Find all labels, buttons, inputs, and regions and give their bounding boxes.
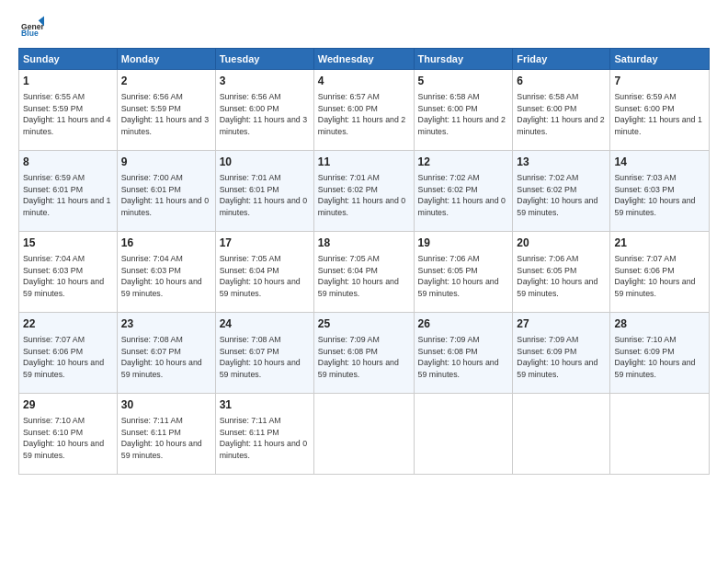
day-info: Sunrise: 7:11 AMSunset: 6:11 PMDaylight:… <box>121 415 211 462</box>
calendar-cell: 28Sunrise: 7:10 AMSunset: 6:09 PMDayligh… <box>610 313 710 394</box>
day-info: Sunrise: 7:10 AMSunset: 6:10 PMDaylight:… <box>23 415 113 462</box>
calendar-week: 1Sunrise: 6:55 AMSunset: 5:59 PMDaylight… <box>19 70 710 151</box>
day-number: 12 <box>418 155 509 170</box>
calendar-cell: 27Sunrise: 7:09 AMSunset: 6:09 PMDayligh… <box>513 313 610 394</box>
day-info: Sunrise: 7:05 AMSunset: 6:04 PMDaylight:… <box>220 253 310 300</box>
calendar-cell: 5Sunrise: 6:58 AMSunset: 6:00 PMDaylight… <box>414 70 513 151</box>
calendar-cell: 18Sunrise: 7:05 AMSunset: 6:04 PMDayligh… <box>313 232 414 313</box>
calendar-cell: 3Sunrise: 6:56 AMSunset: 6:00 PMDaylight… <box>215 70 313 151</box>
day-info: Sunrise: 7:10 AMSunset: 6:09 PMDaylight:… <box>614 334 705 381</box>
calendar-cell <box>313 394 414 475</box>
weekday-header: Thursday <box>414 49 513 70</box>
calendar-week: 29Sunrise: 7:10 AMSunset: 6:10 PMDayligh… <box>19 394 710 475</box>
day-number: 30 <box>121 397 211 413</box>
calendar-cell: 7Sunrise: 6:59 AMSunset: 6:00 PMDaylight… <box>610 70 710 151</box>
calendar-cell: 4Sunrise: 6:57 AMSunset: 6:00 PMDaylight… <box>313 70 414 151</box>
day-info: Sunrise: 6:59 AMSunset: 6:01 PMDaylight:… <box>23 172 113 219</box>
calendar-cell: 12Sunrise: 7:02 AMSunset: 6:02 PMDayligh… <box>414 151 513 232</box>
calendar-week: 15Sunrise: 7:04 AMSunset: 6:03 PMDayligh… <box>19 232 710 313</box>
day-info: Sunrise: 6:59 AMSunset: 6:00 PMDaylight:… <box>614 91 705 138</box>
logo-icon: General Blue <box>18 15 44 40</box>
weekday-header: Saturday <box>610 49 710 70</box>
day-info: Sunrise: 6:57 AMSunset: 6:00 PMDaylight:… <box>318 91 410 138</box>
calendar-cell: 17Sunrise: 7:05 AMSunset: 6:04 PMDayligh… <box>215 232 313 313</box>
day-number: 3 <box>220 74 310 89</box>
calendar-cell <box>610 394 710 475</box>
day-number: 2 <box>121 74 211 89</box>
day-number: 29 <box>23 397 113 413</box>
day-info: Sunrise: 6:56 AMSunset: 5:59 PMDaylight:… <box>121 91 211 138</box>
calendar-cell: 14Sunrise: 7:03 AMSunset: 6:03 PMDayligh… <box>610 151 710 232</box>
day-info: Sunrise: 7:08 AMSunset: 6:07 PMDaylight:… <box>121 334 211 381</box>
day-number: 4 <box>318 74 410 89</box>
calendar-cell: 25Sunrise: 7:09 AMSunset: 6:08 PMDayligh… <box>313 313 414 394</box>
calendar-cell: 21Sunrise: 7:07 AMSunset: 6:06 PMDayligh… <box>610 232 710 313</box>
day-info: Sunrise: 7:08 AMSunset: 6:07 PMDaylight:… <box>220 334 310 381</box>
day-number: 25 <box>318 316 410 332</box>
day-number: 5 <box>418 74 509 89</box>
page-header: General Blue <box>18 15 710 40</box>
logo: General Blue <box>18 15 48 40</box>
calendar-cell: 6Sunrise: 6:58 AMSunset: 6:00 PMDaylight… <box>513 70 610 151</box>
calendar-cell: 10Sunrise: 7:01 AMSunset: 6:01 PMDayligh… <box>215 151 313 232</box>
day-info: Sunrise: 7:06 AMSunset: 6:05 PMDaylight:… <box>517 253 606 300</box>
day-number: 11 <box>318 155 410 170</box>
day-number: 10 <box>220 155 310 170</box>
calendar-week: 8Sunrise: 6:59 AMSunset: 6:01 PMDaylight… <box>19 151 710 232</box>
day-info: Sunrise: 6:56 AMSunset: 6:00 PMDaylight:… <box>220 91 310 138</box>
day-info: Sunrise: 6:55 AMSunset: 5:59 PMDaylight:… <box>23 91 113 138</box>
calendar-cell: 8Sunrise: 6:59 AMSunset: 6:01 PMDaylight… <box>19 151 118 232</box>
calendar-cell: 19Sunrise: 7:06 AMSunset: 6:05 PMDayligh… <box>414 232 513 313</box>
day-info: Sunrise: 7:05 AMSunset: 6:04 PMDaylight:… <box>318 253 410 300</box>
calendar-cell: 31Sunrise: 7:11 AMSunset: 6:11 PMDayligh… <box>215 394 313 475</box>
day-info: Sunrise: 7:04 AMSunset: 6:03 PMDaylight:… <box>121 253 211 300</box>
day-number: 9 <box>121 155 211 170</box>
day-number: 20 <box>517 236 606 251</box>
day-info: Sunrise: 7:07 AMSunset: 6:06 PMDaylight:… <box>614 253 705 300</box>
day-info: Sunrise: 7:01 AMSunset: 6:01 PMDaylight:… <box>220 172 310 219</box>
weekday-header: Monday <box>117 49 215 70</box>
calendar-cell: 26Sunrise: 7:09 AMSunset: 6:08 PMDayligh… <box>414 313 513 394</box>
day-number: 27 <box>517 316 606 332</box>
calendar-cell <box>513 394 610 475</box>
calendar-cell: 23Sunrise: 7:08 AMSunset: 6:07 PMDayligh… <box>117 313 215 394</box>
calendar-cell: 1Sunrise: 6:55 AMSunset: 5:59 PMDaylight… <box>19 70 118 151</box>
day-number: 7 <box>614 74 705 89</box>
calendar-cell: 16Sunrise: 7:04 AMSunset: 6:03 PMDayligh… <box>117 232 215 313</box>
day-number: 6 <box>517 74 606 89</box>
day-number: 24 <box>220 316 310 332</box>
day-info: Sunrise: 7:07 AMSunset: 6:06 PMDaylight:… <box>23 334 113 381</box>
calendar-cell: 9Sunrise: 7:00 AMSunset: 6:01 PMDaylight… <box>117 151 215 232</box>
day-number: 14 <box>614 155 705 170</box>
day-number: 31 <box>220 397 310 413</box>
day-number: 22 <box>23 316 113 332</box>
calendar-cell: 20Sunrise: 7:06 AMSunset: 6:05 PMDayligh… <box>513 232 610 313</box>
day-number: 26 <box>418 316 509 332</box>
day-info: Sunrise: 7:01 AMSunset: 6:02 PMDaylight:… <box>318 172 410 219</box>
calendar-cell: 13Sunrise: 7:02 AMSunset: 6:02 PMDayligh… <box>513 151 610 232</box>
day-number: 17 <box>220 236 310 251</box>
day-number: 28 <box>614 316 705 332</box>
calendar-cell: 11Sunrise: 7:01 AMSunset: 6:02 PMDayligh… <box>313 151 414 232</box>
day-info: Sunrise: 7:06 AMSunset: 6:05 PMDaylight:… <box>418 253 509 300</box>
day-number: 13 <box>517 155 606 170</box>
day-info: Sunrise: 7:04 AMSunset: 6:03 PMDaylight:… <box>23 253 113 300</box>
weekday-header: Friday <box>513 49 610 70</box>
svg-text:Blue: Blue <box>21 29 39 38</box>
day-info: Sunrise: 7:09 AMSunset: 6:08 PMDaylight:… <box>318 334 410 381</box>
weekday-header: Tuesday <box>215 49 313 70</box>
day-number: 16 <box>121 236 211 251</box>
calendar-week: 22Sunrise: 7:07 AMSunset: 6:06 PMDayligh… <box>19 313 710 394</box>
calendar-cell: 22Sunrise: 7:07 AMSunset: 6:06 PMDayligh… <box>19 313 118 394</box>
day-number: 8 <box>23 155 113 170</box>
day-number: 23 <box>121 316 211 332</box>
calendar-cell: 24Sunrise: 7:08 AMSunset: 6:07 PMDayligh… <box>215 313 313 394</box>
day-number: 15 <box>23 236 113 251</box>
day-info: Sunrise: 7:02 AMSunset: 6:02 PMDaylight:… <box>517 172 606 219</box>
day-info: Sunrise: 7:11 AMSunset: 6:11 PMDaylight:… <box>220 415 310 462</box>
day-info: Sunrise: 6:58 AMSunset: 6:00 PMDaylight:… <box>517 91 606 138</box>
calendar-cell: 15Sunrise: 7:04 AMSunset: 6:03 PMDayligh… <box>19 232 118 313</box>
day-number: 1 <box>23 74 113 89</box>
calendar-cell: 2Sunrise: 6:56 AMSunset: 5:59 PMDaylight… <box>117 70 215 151</box>
calendar: SundayMondayTuesdayWednesdayThursdayFrid… <box>18 48 710 475</box>
